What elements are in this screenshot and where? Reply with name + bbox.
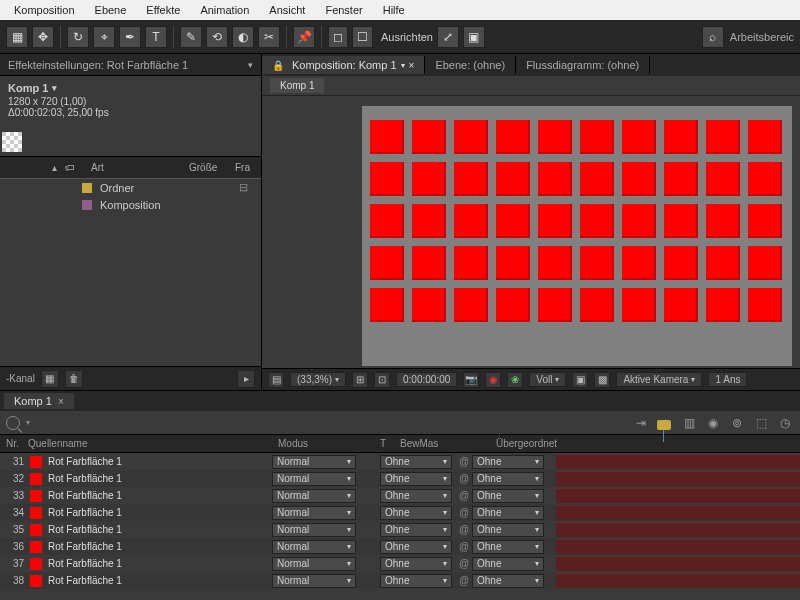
graph-icon[interactable]: ⬚: [752, 414, 770, 432]
workspace-label[interactable]: Arbeitsbereic: [730, 31, 794, 43]
channel-icon[interactable]: ◉: [485, 372, 501, 388]
layer-color-swatch[interactable]: [30, 541, 42, 553]
resolution-icon[interactable]: ⊞: [352, 372, 368, 388]
tag-icon[interactable]: 🏷: [65, 162, 75, 173]
hand-tool-icon[interactable]: ✥: [32, 26, 54, 48]
timeline-layer-list[interactable]: 31Rot Farbfläche 1Normal▾Ohne▾@Ohne▾32Ro…: [0, 453, 800, 600]
comp-name[interactable]: Komp 1: [8, 82, 253, 94]
search-icon[interactable]: ⌕: [702, 26, 724, 48]
timeline-layer-row[interactable]: 31Rot Farbfläche 1Normal▾Ohne▾@Ohne▾: [0, 453, 800, 470]
timeline-layer-row[interactable]: 36Rot Farbfläche 1Normal▾Ohne▾@Ohne▾: [0, 538, 800, 555]
clone-tool-icon[interactable]: ⟲: [206, 26, 228, 48]
parent-dropdown[interactable]: Ohne▾: [472, 455, 544, 469]
selection-tool-icon[interactable]: ▦: [6, 26, 28, 48]
lock-icon[interactable]: 🔒: [272, 60, 284, 71]
zoom-dropdown[interactable]: (33,3%)▾: [290, 372, 346, 387]
roi-icon[interactable]: ▣: [572, 372, 588, 388]
camera-tool-icon[interactable]: ⌖: [93, 26, 115, 48]
col-size[interactable]: Größe: [189, 162, 233, 173]
layer-name[interactable]: Rot Farbfläche 1: [48, 541, 272, 552]
parent-dropdown[interactable]: Ohne▾: [472, 557, 544, 571]
col-uebergeordnet[interactable]: Übergeordnet: [496, 438, 606, 449]
layer-bar[interactable]: [556, 471, 800, 486]
frameblend-icon[interactable]: ▥: [680, 414, 698, 432]
timeline-layer-row[interactable]: 32Rot Farbfläche 1Normal▾Ohne▾@Ohne▾: [0, 470, 800, 487]
grid-icon[interactable]: ▣: [463, 26, 485, 48]
menu-ansicht[interactable]: Ansicht: [259, 1, 315, 19]
layer-color-swatch[interactable]: [30, 558, 42, 570]
blend-mode-dropdown[interactable]: Normal▾: [272, 574, 356, 588]
col-quellenname[interactable]: Quellenname: [28, 438, 278, 449]
col-framerate[interactable]: Fra: [235, 162, 255, 173]
timeline-layer-row[interactable]: 37Rot Farbfläche 1Normal▾Ohne▾@Ohne▾: [0, 555, 800, 572]
parent-dropdown[interactable]: Ohne▾: [472, 523, 544, 537]
parent-dropdown[interactable]: Ohne▾: [472, 472, 544, 486]
layer-bar[interactable]: [556, 573, 800, 588]
brush-tool-icon[interactable]: ✎: [180, 26, 202, 48]
viewer-tab-ebene[interactable]: Ebene: (ohne): [425, 56, 516, 74]
chevron-right-icon[interactable]: ▸: [237, 370, 255, 388]
blend-mode-dropdown[interactable]: Normal▾: [272, 506, 356, 520]
trash-icon[interactable]: 🗑: [65, 370, 83, 388]
blend-mode-dropdown[interactable]: Normal▾: [272, 540, 356, 554]
snapshot-icon[interactable]: 📷: [463, 372, 479, 388]
canvas[interactable]: [362, 106, 792, 366]
timeline-tab-komp1[interactable]: Komp 1 ×: [4, 393, 74, 409]
align-checkbox[interactable]: ☐: [352, 26, 373, 48]
effects-panel-header[interactable]: Effekteinstellungen: Rot Farbfläche 1 ▾: [0, 54, 261, 76]
layer-color-swatch[interactable]: [30, 524, 42, 536]
viewer-tab-komposition[interactable]: 🔒 Komposition: Komp 1 ▾ ×: [262, 56, 425, 74]
bit-depth-button[interactable]: ▦: [41, 370, 59, 388]
layer-bar[interactable]: [556, 454, 800, 469]
pen-tool-icon[interactable]: ✒: [119, 26, 141, 48]
blend-mode-dropdown[interactable]: Normal▾: [272, 489, 356, 503]
layer-name[interactable]: Rot Farbfläche 1: [48, 456, 272, 467]
project-item-comp[interactable]: Komposition: [0, 196, 261, 213]
layer-name[interactable]: Rot Farbfläche 1: [48, 558, 272, 569]
col-nr[interactable]: Nr.: [0, 438, 28, 449]
text-tool-icon[interactable]: T: [145, 26, 167, 48]
parent-dropdown[interactable]: Ohne▾: [472, 540, 544, 554]
layer-bar[interactable]: [556, 505, 800, 520]
track-matte-dropdown[interactable]: Ohne▾: [380, 489, 452, 503]
layer-bar[interactable]: [556, 488, 800, 503]
pin-tool-icon[interactable]: 📌: [293, 26, 315, 48]
blend-mode-dropdown[interactable]: Normal▾: [272, 523, 356, 537]
pickwhip-icon[interactable]: @: [456, 490, 472, 501]
chevron-down-icon[interactable]: ▾: [248, 60, 253, 70]
composition-viewport[interactable]: [262, 96, 800, 368]
sort-icon[interactable]: ▴: [52, 162, 57, 173]
layer-bar[interactable]: [556, 556, 800, 571]
comp-breadcrumb-item[interactable]: Komp 1: [270, 78, 324, 93]
layer-bar[interactable]: [556, 522, 800, 537]
chevron-down-icon[interactable]: ▾: [26, 418, 30, 427]
layer-bar[interactable]: [556, 539, 800, 554]
layer-name[interactable]: Rot Farbfläche 1: [48, 507, 272, 518]
viewer-tab-flussdiagramm[interactable]: Flussdiagramm: (ohne): [516, 56, 650, 74]
menu-fenster[interactable]: Fenster: [315, 1, 372, 19]
eraser-tool-icon[interactable]: ◐: [232, 26, 254, 48]
timeline-layer-row[interactable]: 33Rot Farbfläche 1Normal▾Ohne▾@Ohne▾: [0, 487, 800, 504]
project-list[interactable]: Ordner ⊟ Komposition: [0, 179, 261, 366]
col-art[interactable]: Art: [91, 162, 187, 173]
alpha-icon[interactable]: ▤: [268, 372, 284, 388]
pickwhip-icon[interactable]: @: [456, 541, 472, 552]
time-display[interactable]: 0:00:00:00: [396, 372, 457, 387]
layer-color-swatch[interactable]: [30, 490, 42, 502]
layer-name[interactable]: Rot Farbfläche 1: [48, 524, 272, 535]
motionblur-icon[interactable]: ◉: [704, 414, 722, 432]
shy-toggle-icon[interactable]: ⇥: [632, 414, 650, 432]
timeline-layer-row[interactable]: 38Rot Farbfläche 1Normal▾Ohne▾@Ohne▾: [0, 572, 800, 589]
layer-name[interactable]: Rot Farbfläche 1: [48, 490, 272, 501]
camera-dropdown[interactable]: Aktive Kamera▾: [616, 372, 702, 387]
layer-name[interactable]: Rot Farbfläche 1: [48, 473, 272, 484]
layer-name[interactable]: Rot Farbfläche 1: [48, 575, 272, 586]
track-matte-dropdown[interactable]: Ohne▾: [380, 506, 452, 520]
col-modus[interactable]: Modus: [278, 438, 380, 449]
blend-mode-dropdown[interactable]: Normal▾: [272, 557, 356, 571]
rotate-tool-icon[interactable]: ↻: [67, 26, 89, 48]
views-dropdown[interactable]: 1 Ans: [708, 372, 747, 387]
col-bewmas[interactable]: BewMas: [400, 438, 496, 449]
parent-dropdown[interactable]: Ohne▾: [472, 489, 544, 503]
menu-ebene[interactable]: Ebene: [85, 1, 137, 19]
